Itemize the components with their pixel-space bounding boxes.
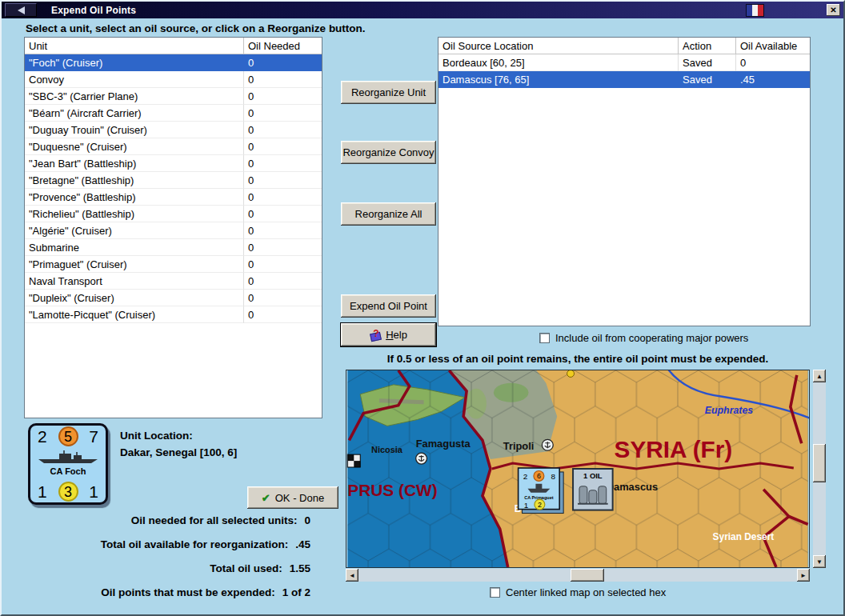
oil-needed-summary: Oil needed for all selected units:0 [131, 514, 310, 526]
unit-row[interactable]: Naval Transport0 [25, 273, 322, 290]
window-title: Expend Oil Points [51, 5, 136, 16]
instruction-text: Select a unit, select an oil source, or … [26, 22, 366, 34]
center-map-checkbox-row[interactable]: Center linked map on selected hex [490, 586, 666, 598]
selected-unit-counter: 2 5 7 CA Foch 1 3 1 [28, 423, 108, 505]
counter-yellow-circle-value: 3 [58, 482, 78, 502]
ok-done-button[interactable]: ✔ OK - Done [247, 486, 338, 509]
down-arrow-icon: ▼ [816, 558, 823, 566]
svg-text:6: 6 [537, 472, 541, 480]
counter-orange-circle-value: 5 [58, 426, 78, 446]
reorganize-convoy-button[interactable]: Reorganize Convoy [341, 141, 436, 164]
oil-points-expended-summary: Oil points that must be expended:1 of 2 [101, 586, 310, 598]
reorganize-all-button[interactable]: Reorganize All [341, 202, 436, 226]
linked-map[interactable]: Nicosia Famagusta Tripoli PRUS (CW) SYRI… [346, 370, 810, 568]
oil-source-list[interactable]: Oil Source Location Action Oil Available… [438, 37, 811, 326]
scroll-right-button[interactable]: ► [797, 569, 810, 582]
expend-oil-points-dialog: Expend Oil Points ✕ Select a unit, selec… [0, 0, 845, 616]
tripoli-label: Tripoli [503, 440, 535, 452]
nicosia-label: Nicosia [371, 445, 403, 454]
svg-text:1 OIL: 1 OIL [583, 471, 603, 480]
svg-text:2: 2 [538, 501, 542, 509]
unit-row[interactable]: "Algérie" (Cruiser)0 [25, 222, 322, 239]
checker-marker-icon [347, 454, 360, 467]
right-arrow-icon: ► [800, 572, 807, 579]
unit-row[interactable]: Convoy0 [25, 71, 322, 88]
map-horizontal-scrollbar[interactable]: ◄ ► [346, 569, 810, 582]
unit-row[interactable]: "Duquesne" (Cruiser)0 [25, 138, 322, 155]
vertical-scroll-track[interactable] [813, 382, 826, 555]
scroll-up-button[interactable]: ▲ [813, 370, 826, 382]
counter-unit-name: CA Foch [30, 466, 106, 476]
titlebar[interactable]: Expend Oil Points ✕ [2, 2, 843, 18]
oil-source-row[interactable]: Damascus [76, 65] Saved .45 [439, 71, 810, 88]
oil-available-header: Oil Available [736, 38, 810, 54]
unit-column-header: Unit [25, 38, 244, 54]
system-menu-icon[interactable] [5, 3, 37, 17]
help-button[interactable]: ? Help [341, 323, 436, 346]
include-oil-label: Include oil from cooperating major power… [555, 332, 748, 344]
counter-range-value: 1 [89, 483, 98, 501]
unit-row[interactable]: "Richelieu" (Battleship)0 [25, 206, 322, 222]
help-book-icon: ? [370, 330, 382, 341]
back-arrow-icon [18, 6, 25, 14]
center-map-label: Center linked map on selected hex [506, 586, 666, 598]
map-oil-counter[interactable]: 1 OIL [573, 469, 613, 510]
unit-row[interactable]: "Dupleix" (Cruiser)0 [25, 290, 322, 306]
unit-location-label: Unit Location: [120, 430, 193, 442]
unit-row[interactable]: "Primaguet" (Cruiser)0 [25, 256, 322, 273]
unit-row[interactable]: "Béarn" (Aircraft Carrier)0 [25, 105, 322, 122]
scroll-left-button[interactable]: ◄ [346, 569, 358, 582]
horizontal-scroll-thumb[interactable] [571, 569, 604, 582]
unit-row[interactable]: "Foch" (Cruiser)0 [25, 54, 322, 71]
map-vertical-scrollbar[interactable]: ▲ ▼ [813, 370, 826, 568]
counter-defense-value: 7 [89, 428, 98, 446]
euphrates-label: Euphrates [705, 405, 754, 416]
syria-label: SYRIA (Fr) [615, 436, 733, 462]
horizontal-scroll-track[interactable] [358, 569, 797, 582]
svg-text:1: 1 [524, 501, 529, 510]
oil-source-list-header: Oil Source Location Action Oil Available [439, 38, 810, 54]
oil-source-location-header: Oil Source Location [439, 38, 679, 54]
tripoli-port-anchor-icon [542, 439, 553, 450]
include-oil-checkbox[interactable] [539, 333, 550, 343]
damascus-label: Damascus [607, 481, 658, 493]
french-flag-icon [746, 4, 764, 17]
unit-row[interactable]: "Duguay Trouin" (Cruiser)0 [25, 122, 322, 138]
close-icon: ✕ [830, 6, 836, 14]
oil-source-row[interactable]: Bordeaux [60, 25] Saved 0 [439, 54, 810, 71]
unit-row[interactable]: "Provence" (Battleship)0 [25, 189, 322, 206]
unit-list-header: Unit Oil Needed [25, 38, 322, 54]
unit-row[interactable]: "Jean Bart" (Battleship)0 [25, 155, 322, 172]
syrian-desert-label: Syrian Desert [713, 531, 775, 542]
up-arrow-icon: ▲ [816, 373, 823, 380]
include-oil-checkbox-row[interactable]: Include oil from cooperating major power… [539, 332, 748, 344]
oil-needed-column-header: Oil Needed [244, 38, 322, 54]
map-dot-marker [567, 370, 575, 378]
scroll-down-button[interactable]: ▼ [813, 555, 826, 568]
counter-move-value: 1 [38, 483, 47, 501]
close-button[interactable]: ✕ [827, 4, 840, 16]
unit-row[interactable]: Submarine0 [25, 239, 322, 256]
reorganize-unit-button[interactable]: Reorganize Unit [341, 81, 436, 104]
ship-silhouette-icon [35, 450, 101, 464]
vertical-scroll-thumb[interactable] [813, 444, 826, 482]
check-icon: ✔ [262, 492, 270, 504]
oil-available-summary: Total oil available for reorganization:.… [101, 538, 310, 550]
unit-location-value: Dakar, Senegal [100, 6] [120, 446, 237, 458]
famagusta-port-anchor-icon [416, 453, 427, 464]
oil-used-summary: Total oil used:1.55 [210, 562, 310, 574]
unit-list[interactable]: Unit Oil Needed "Foch" (Cruiser)0 Convoy… [24, 37, 322, 418]
expend-oil-point-button[interactable]: Expend Oil Point [341, 294, 436, 318]
counter-attack-value: 2 [38, 428, 47, 446]
center-map-checkbox[interactable] [490, 587, 500, 598]
action-header: Action [679, 38, 736, 54]
map-unit-counter-ca-primaguet[interactable]: 2 6 8 CA Primaguet 1 2 [519, 468, 564, 514]
svg-text:8: 8 [551, 472, 555, 481]
unit-row[interactable]: "Bretagne" (Battleship)0 [25, 172, 322, 189]
cyprus-label: PRUS (CW) [347, 481, 437, 499]
unit-row[interactable]: "SBC-3" (Carrier Plane)0 [25, 88, 322, 105]
oil-point-note: If 0.5 or less of an oil point remains, … [346, 353, 810, 365]
famagusta-label: Famagusta [416, 438, 471, 450]
unit-row[interactable]: "Lamotte-Picquet" (Cruiser)0 [25, 306, 322, 323]
left-arrow-icon: ◄ [349, 572, 355, 579]
